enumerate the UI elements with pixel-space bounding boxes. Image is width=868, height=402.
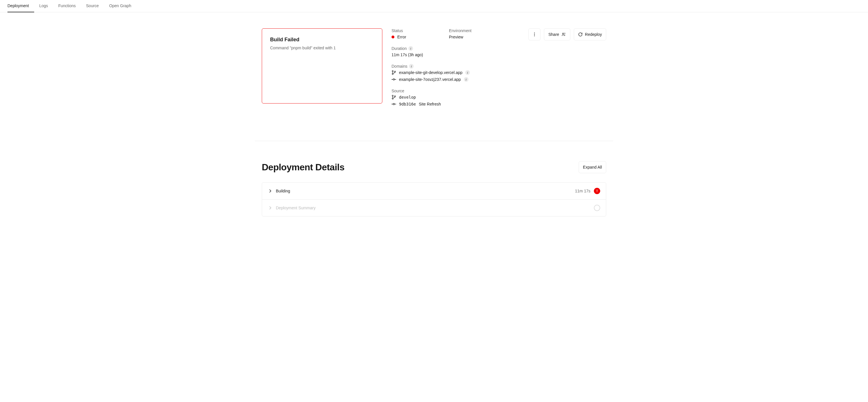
domains-label: Domains — [392, 64, 407, 69]
tab-source[interactable]: Source — [81, 0, 104, 12]
duration-value: 11m 17s (3h ago) — [392, 53, 519, 57]
building-duration: 11m 17s — [575, 189, 590, 193]
duration-group: Duration i 11m 17s (3h ago) — [392, 46, 519, 57]
deployment-tabs: Deployment Logs Functions Source Open Gr… — [0, 0, 868, 12]
source-label: Source — [392, 89, 519, 93]
empty-status-icon — [594, 205, 600, 211]
more-vertical-icon — [532, 32, 537, 37]
details-accordion: Building 11m 17s ! Deployment Summary — [262, 182, 606, 216]
info-icon[interactable]: i — [465, 70, 470, 75]
accordion-row-summary[interactable]: Deployment Summary — [262, 200, 606, 216]
svg-point-10 — [534, 36, 535, 36]
svg-point-0 — [392, 71, 393, 72]
tab-logs[interactable]: Logs — [34, 0, 53, 12]
svg-point-9 — [534, 34, 535, 35]
svg-point-8 — [534, 33, 535, 34]
commit-icon — [392, 77, 396, 82]
deployment-meta: Status Error Environment Preview Duratio… — [392, 28, 519, 106]
svg-point-5 — [392, 98, 393, 99]
status-dot-error — [392, 36, 394, 38]
deployment-preview-card: Build Failed Command "pnpm build" exited… — [262, 28, 382, 103]
people-icon — [561, 32, 566, 37]
branch-icon — [392, 70, 396, 75]
chevron-right-icon — [268, 189, 272, 193]
environment-group: Environment Preview — [449, 28, 489, 39]
accordion-row-building[interactable]: Building 11m 17s ! — [262, 182, 606, 200]
svg-point-1 — [392, 73, 393, 74]
source-group: Source develop 9db316e Site Refresh — [392, 89, 519, 106]
expand-all-button[interactable]: Expand All — [579, 161, 606, 173]
source-commit[interactable]: 9db316e Site Refresh — [392, 102, 519, 106]
tab-functions[interactable]: Functions — [53, 0, 81, 12]
domain-link[interactable]: example-site-git-develop.vercel.app i — [392, 70, 519, 75]
svg-point-7 — [393, 103, 395, 105]
commit-icon — [392, 102, 396, 106]
environment-label: Environment — [449, 28, 489, 33]
share-button[interactable]: Share — [544, 28, 570, 40]
branch-icon — [392, 95, 396, 100]
deployment-actions: Share Redeploy — [528, 28, 606, 40]
status-value: Error — [397, 35, 406, 39]
info-icon[interactable]: i — [409, 64, 414, 69]
tab-deployment[interactable]: Deployment — [7, 0, 34, 12]
svg-point-4 — [392, 95, 393, 96]
svg-point-2 — [394, 71, 396, 72]
svg-point-6 — [394, 96, 396, 97]
svg-point-11 — [562, 33, 563, 34]
deployment-details-heading: Deployment Details — [262, 162, 344, 173]
domains-group: Domains i example-site-git-develop.verce… — [392, 64, 519, 82]
tab-open-graph[interactable]: Open Graph — [104, 0, 136, 12]
info-icon[interactable]: i — [408, 46, 413, 51]
error-badge-icon: ! — [594, 188, 600, 194]
environment-value: Preview — [449, 35, 489, 39]
source-branch[interactable]: develop — [392, 95, 519, 100]
redeploy-button[interactable]: Redeploy — [574, 28, 606, 40]
status-group: Status Error — [392, 28, 432, 39]
status-label: Status — [392, 28, 432, 33]
refresh-icon — [578, 32, 583, 37]
build-status-title: Build Failed — [270, 37, 374, 43]
more-options-button[interactable] — [528, 28, 540, 40]
svg-point-3 — [393, 79, 395, 80]
info-icon[interactable]: i — [464, 77, 468, 82]
chevron-right-icon — [268, 206, 272, 210]
build-error-message: Command "pnpm build" exited with 1 — [270, 45, 374, 50]
duration-label: Duration — [392, 46, 407, 51]
domain-link[interactable]: example-site-7osvzj237.vercel.app i — [392, 77, 519, 82]
